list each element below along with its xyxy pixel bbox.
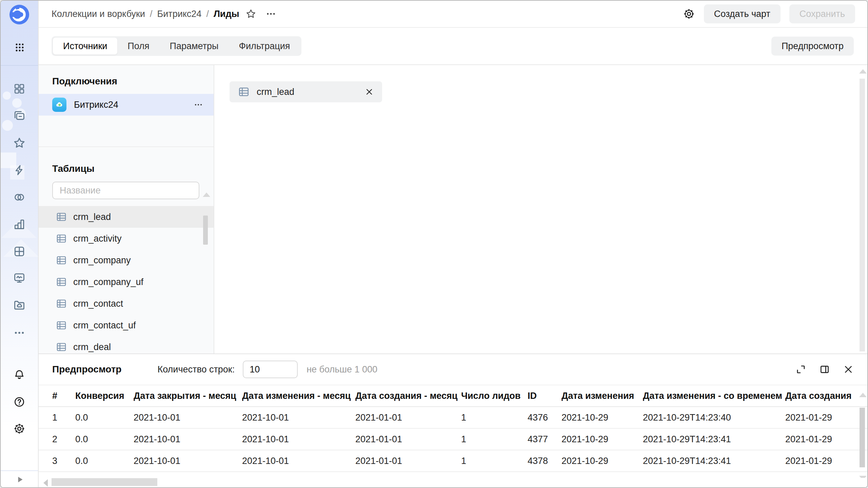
tab-sources[interactable]: Источники	[53, 38, 117, 55]
breadcrumb-collections-link[interactable]: Коллекции и воркбуки	[52, 9, 145, 19]
table-item-crm-lead[interactable]: crm_lead	[39, 206, 214, 228]
apps-grid-icon[interactable]	[14, 41, 26, 54]
row-limit-hint: не больше 1 000	[307, 364, 377, 375]
scrollbar-thumb[interactable]	[860, 79, 865, 351]
breadcrumb-separator: /	[150, 9, 153, 19]
source-chip-label: crm_lead	[257, 87, 294, 97]
cell: 2021-10-01	[134, 456, 242, 466]
nav-more-ellipsis-icon[interactable]	[13, 326, 26, 339]
preview-table-header-row: # Конверсия Дата закрытия - месяц Дата и…	[39, 385, 867, 407]
sources-left-panel: Подключения Битрикс24	[39, 65, 214, 353]
table-item-crm-contact[interactable]: crm_contact	[39, 293, 214, 314]
decor-circle	[12, 98, 22, 108]
tab-parameters[interactable]: Параметры	[160, 38, 229, 55]
decor-circle	[2, 120, 13, 131]
cell: 2021-01-01	[355, 434, 461, 445]
nav-barchart-icon[interactable]	[13, 218, 26, 231]
expand-sidebar-icon[interactable]	[16, 475, 24, 484]
nav-dataset-grid-icon[interactable]	[13, 245, 26, 258]
preview-horizontal-scrollbar[interactable]	[39, 478, 867, 487]
preview-header: Предпросмотр Количество строк: не больше…	[39, 354, 867, 385]
connections-section: Подключения Битрикс24	[39, 65, 214, 147]
nav-favorites-star-icon[interactable]	[13, 137, 26, 149]
preview-panel: Предпросмотр Количество строк: не больше…	[39, 353, 867, 487]
save-button[interactable]: Сохранить	[789, 4, 855, 23]
preview-table-row: 2 0.0 2021-10-01 2021-10-01 2021-01-01 1…	[39, 429, 867, 450]
connection-item-bitrix24[interactable]: Битрикс24	[39, 94, 214, 116]
nav-connections-circles-icon[interactable]	[13, 191, 26, 204]
preview-table-row-clipped	[39, 472, 867, 478]
table-item-crm-company[interactable]: crm_company	[39, 249, 214, 271]
nav-collections-icon[interactable]	[13, 109, 26, 122]
connection-more-icon[interactable]	[193, 100, 203, 110]
cell: 2021-10-29	[561, 412, 643, 423]
column-header: Дата создания - месяц	[355, 391, 461, 401]
tab-filtering[interactable]: Фильтрация	[229, 38, 300, 55]
topbar-actions: Создать чарт Сохранить	[683, 4, 855, 23]
tables-search-input[interactable]	[52, 182, 199, 199]
nav-monitor-pulse-icon[interactable]	[13, 271, 26, 284]
column-header: Дата изменения	[561, 391, 643, 401]
column-header: Дата изменения - месяц	[242, 391, 355, 401]
sidebar-divider	[1, 65, 38, 66]
row-count-input[interactable]	[243, 361, 298, 378]
tables-search	[52, 182, 199, 199]
cell: 2021-10-29T14:23:41	[643, 434, 785, 445]
scroll-up-icon[interactable]	[859, 69, 867, 74]
nav-lightning-icon[interactable]	[13, 164, 25, 176]
table-icon	[56, 276, 67, 288]
scroll-left-icon[interactable]	[43, 479, 48, 487]
scrollbar-thumb[interactable]	[860, 408, 865, 467]
table-item-crm-company-uf[interactable]: crm_company_uf	[39, 271, 214, 293]
scrollbar-thumb[interactable]	[52, 478, 157, 486]
favorite-star-icon[interactable]	[245, 8, 256, 19]
cell: 3	[52, 456, 75, 466]
connection-name: Битрикс24	[74, 100, 118, 110]
left-nav-sidebar	[1, 1, 39, 487]
scrollbar-thumb[interactable]	[203, 216, 208, 245]
nav-folder-cloud-icon[interactable]	[13, 299, 26, 311]
preview-table: # Конверсия Дата закрытия - месяц Дата и…	[39, 385, 867, 478]
cell: 2021-01-01	[355, 456, 461, 466]
canvas-vertical-scrollbar[interactable]	[859, 69, 865, 351]
help-question-icon[interactable]	[13, 396, 25, 408]
preview-table-row: 1 0.0 2021-10-01 2021-10-01 2021-01-01 1…	[39, 407, 867, 429]
scroll-up-icon[interactable]	[203, 192, 210, 197]
nav-squares-icon[interactable]	[13, 83, 25, 95]
preview-toggle-button[interactable]: Предпросмотр	[771, 37, 854, 56]
source-chip-crm-lead[interactable]: crm_lead	[230, 81, 382, 102]
table-icon	[56, 233, 67, 244]
cell: 2021-10-29	[561, 434, 643, 445]
expand-preview-icon[interactable]	[795, 364, 806, 375]
breadcrumb-workbook-link[interactable]: Битрикс24	[157, 9, 201, 19]
column-header: #	[52, 391, 75, 401]
create-chart-button[interactable]: Создать чарт	[704, 4, 781, 23]
more-actions-icon[interactable]	[265, 8, 277, 20]
dataset-settings-gear-icon[interactable]	[683, 8, 695, 20]
table-item-crm-contact-uf[interactable]: crm_contact_uf	[39, 314, 214, 336]
preview-vertical-scrollbar[interactable]	[859, 388, 865, 477]
notifications-bell-icon[interactable]	[13, 369, 25, 381]
scroll-up-icon[interactable]	[859, 393, 867, 397]
table-icon	[56, 320, 67, 331]
settings-gear-icon[interactable]	[13, 423, 25, 435]
cell: 0.0	[75, 456, 134, 466]
tab-fields[interactable]: Поля	[117, 38, 159, 55]
dock-right-panel-icon[interactable]	[819, 364, 830, 375]
breadcrumb-separator: /	[206, 9, 209, 19]
remove-source-close-icon[interactable]	[364, 87, 374, 97]
table-item-crm-activity[interactable]: crm_activity	[39, 228, 214, 249]
cell: 2021-10-01	[242, 456, 355, 466]
cell: 2	[52, 434, 75, 445]
cell: 2021-10-29	[561, 456, 643, 466]
column-header: Конверсия	[75, 391, 134, 401]
cell: 2021-10-01	[242, 434, 355, 445]
table-icon	[56, 341, 67, 353]
sidebar-bottom-divider	[1, 470, 38, 471]
tables-section: Таблицы crm_lead crm_activity	[39, 147, 214, 358]
datalens-logo-icon[interactable]	[9, 5, 29, 24]
column-header: Дата закрытия - месяц	[134, 391, 242, 401]
table-icon	[56, 255, 67, 266]
cell: 2021-01-29	[785, 456, 867, 466]
close-preview-icon[interactable]	[843, 364, 854, 375]
